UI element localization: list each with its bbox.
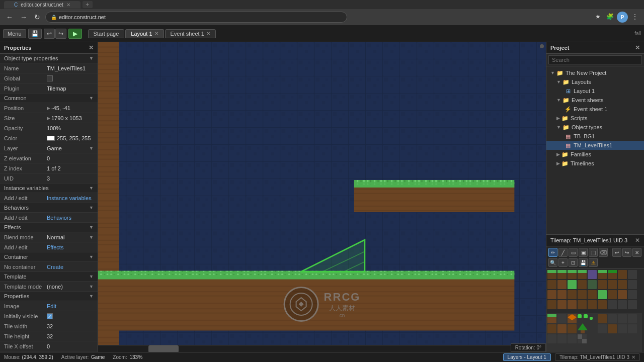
tree-item-layouts[interactable]: ▼ 📁 Layouts <box>546 77 644 86</box>
tree-item-event-sheet1[interactable]: ⚡ Event sheet 1 <box>546 105 644 114</box>
prop-global-checkbox[interactable] <box>47 75 53 81</box>
tree-item-scripts[interactable]: ▶ 📁 Scripts <box>546 114 644 123</box>
undo-button[interactable]: ↩ <box>44 29 55 39</box>
tree-item-layout1[interactable]: ⊞ Layout 1 <box>546 86 644 96</box>
tab-bar: Start page Layout 1 ✕ Event sheet 1 ✕ <box>88 29 216 38</box>
tilemap-panel: Tilemap: TM_LevelTiles1 UID 3 ✕ ✏ ╱ ▭ ▣ … <box>546 234 644 352</box>
properties-sub-section[interactable]: Properties ▼ <box>0 292 98 301</box>
tree-item-new-project[interactable]: ▼ 📁 The New Project <box>546 68 644 77</box>
tilemap-tool-save[interactable]: 💾 <box>579 258 588 267</box>
tilemap-tool-zoom-out[interactable]: 🔍 <box>548 258 557 267</box>
nav-forward-button[interactable]: → <box>18 12 29 22</box>
extensions-button[interactable]: 🧩 <box>605 12 615 22</box>
user-avatar[interactable]: P <box>617 12 628 23</box>
create-container-link[interactable]: Create <box>47 264 94 270</box>
tilemap-tool-zoom-in[interactable]: + <box>558 258 568 267</box>
browser-tabs: C editor.construct.net ✕ + <box>0 0 644 9</box>
tilemap-tool-select[interactable]: ⬚ <box>589 248 598 257</box>
tilemap-close-button[interactable]: ✕ <box>635 237 640 244</box>
color-swatch[interactable] <box>47 136 55 141</box>
prop-tile-xoffset-value[interactable]: 0 <box>47 343 94 349</box>
svg-rect-93 <box>581 330 585 333</box>
instance-vars-link[interactable]: Instance variables <box>47 195 94 201</box>
svg-rect-89 <box>547 324 556 333</box>
behaviors-link[interactable]: Behaviors <box>47 215 94 221</box>
tilemap-tool-fill[interactable]: ▣ <box>579 248 588 257</box>
tilemap-status-info[interactable]: Tilemap: TM_LevelTiles1 UID 3 ✕ <box>555 353 640 361</box>
layers-button[interactable]: Layers - Layout 1 <box>503 353 551 361</box>
svg-rect-87 <box>618 314 627 323</box>
prop-position-value[interactable]: -45, -41 <box>51 105 94 111</box>
object-type-section[interactable]: Object type properties ▼ <box>0 54 98 63</box>
blend-dropdown-arrow[interactable]: ▼ <box>89 235 94 240</box>
tilemap-toolbar-sep1 <box>610 248 610 256</box>
tab-layout1-close[interactable]: ✕ <box>154 31 158 36</box>
tilemap-image-area[interactable] <box>546 269 644 352</box>
settings-button[interactable]: ⋮ <box>630 12 640 22</box>
position-arrow-icon: ▶ <box>47 106 50 111</box>
tree-item-event-sheets[interactable]: ▼ 📁 Event sheets <box>546 96 644 105</box>
scrollbar-thumb[interactable] <box>148 345 179 352</box>
save-button[interactable]: 💾 <box>28 29 42 39</box>
tilemap-tool-redo[interactable]: ↪ <box>622 248 631 257</box>
tree-item-families[interactable]: ▶ 📁 Families <box>546 150 644 159</box>
project-search-input[interactable] <box>548 55 642 64</box>
behaviors-section[interactable]: Behaviors ▼ <box>0 203 98 213</box>
edit-image-link[interactable]: Edit <box>47 303 94 309</box>
prop-zelev-value[interactable]: 0 <box>47 155 94 161</box>
container-section[interactable]: Container ▼ <box>0 252 98 262</box>
tilemap-tool-rect[interactable]: ▭ <box>569 248 578 257</box>
tree-item-timelines[interactable]: ▶ 📁 Timelines <box>546 159 644 168</box>
prop-layer-value[interactable]: Game <box>47 145 88 151</box>
play-button[interactable]: ▶ <box>68 29 82 39</box>
prop-tile-height-value[interactable]: 32 <box>47 333 94 339</box>
effects-section[interactable]: Effects ▼ <box>0 223 98 232</box>
tilemap-tool-pencil[interactable]: ✏ <box>548 248 557 257</box>
template-mode-dropdown-arrow[interactable]: ▼ <box>89 284 94 289</box>
tilemap-tool-erase-all[interactable]: ✕ <box>632 248 641 257</box>
tab-start-page[interactable]: Start page <box>88 29 125 38</box>
browser-tab-close[interactable]: ✕ <box>66 2 70 8</box>
project-close-button[interactable]: ✕ <box>635 44 640 51</box>
tilemap-tool-eraser[interactable]: ⌫ <box>599 248 608 257</box>
tilemap-tool-warning[interactable]: ⚠ <box>589 258 598 267</box>
tab-event-sheet1[interactable]: Event sheet 1 ✕ <box>165 29 216 38</box>
menu-button[interactable]: Menu <box>3 29 26 38</box>
template-mode-value[interactable]: (none) <box>47 284 88 290</box>
tab-favicon: C <box>14 2 18 8</box>
layer-dropdown-arrow[interactable]: ▼ <box>89 146 94 151</box>
prop-name-row: Name TM_LevelTiles1 <box>0 63 98 73</box>
tree-item-object-types[interactable]: ▼ 📁 Object types <box>546 123 644 132</box>
properties-title: Properties <box>4 45 31 51</box>
tree-item-tb-bg1[interactable]: ▦ TB_BG1 <box>546 132 644 141</box>
prop-size-value[interactable]: 1790 x 1053 <box>51 115 94 121</box>
browser-tab[interactable]: C editor.construct.net ✕ <box>4 1 80 9</box>
template-section[interactable]: Template ▼ <box>0 272 98 282</box>
tilemap-tool-line[interactable]: ╱ <box>558 248 568 257</box>
prop-tile-width-value[interactable]: 32 <box>47 323 94 329</box>
tab-event-sheet1-close[interactable]: ✕ <box>206 31 210 36</box>
common-section[interactable]: Common ▼ <box>0 94 98 103</box>
bookmark-button[interactable]: ★ <box>593 12 603 22</box>
svg-rect-82 <box>578 314 582 318</box>
browser-url-bar[interactable]: 🔒 editor.construct.net <box>45 12 347 23</box>
nav-back-button[interactable]: ← <box>4 12 15 22</box>
instance-vars-section[interactable]: Instance variables ▼ <box>0 184 98 193</box>
initially-visible-checkbox[interactable] <box>47 313 53 319</box>
tab-layout1[interactable]: Layout 1 ✕ <box>125 29 164 38</box>
canvas-horizontal-scrollbar[interactable] <box>98 345 546 352</box>
folder-icon-scripts: 📁 <box>561 115 569 122</box>
canvas-area[interactable]: RRCG 人人素材 cn <box>98 42 546 352</box>
tilemap-status-close[interactable]: ✕ <box>631 354 635 360</box>
prop-opacity-value[interactable]: 100% <box>47 125 94 131</box>
new-tab-button[interactable]: + <box>83 1 93 8</box>
effects-link[interactable]: Effects <box>47 244 94 250</box>
redo-button[interactable]: ↪ <box>55 29 66 39</box>
tree-item-tm-level-tiles1[interactable]: ▦ TM_LevelTiles1 <box>546 141 644 150</box>
prop-name-value: TM_LevelTiles1 <box>47 65 94 71</box>
properties-close-button[interactable]: ✕ <box>89 44 94 51</box>
tilemap-tool-zoom-fit[interactable]: ⊡ <box>569 258 578 267</box>
prop-blend-value[interactable]: Normal <box>47 234 88 240</box>
nav-refresh-button[interactable]: ↻ <box>32 12 42 22</box>
tilemap-tool-undo[interactable]: ↩ <box>612 248 621 257</box>
